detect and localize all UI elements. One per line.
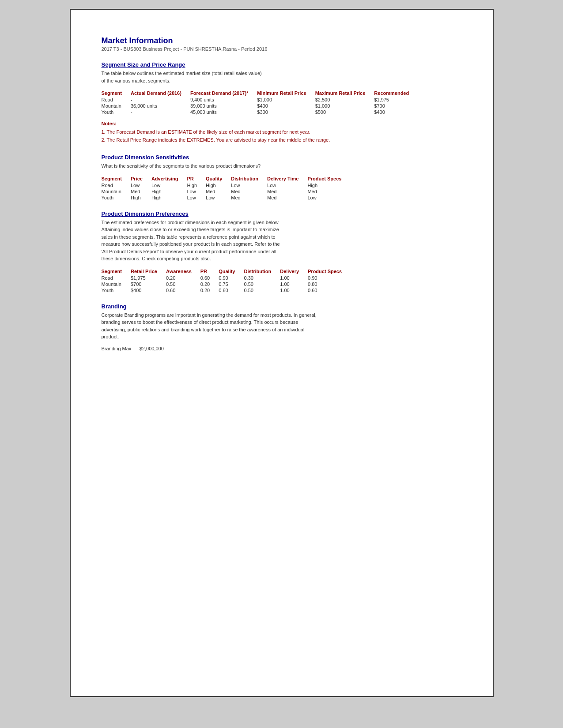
table-cell: Road <box>102 275 131 281</box>
table-cell: 0.60 <box>308 287 351 293</box>
table-cell: $2,500 <box>315 97 374 103</box>
table-row: Youth-45,000 units$300$500$400 <box>102 109 418 115</box>
dim-sens-header-row: Segment Price Advertising PR Quality Dis… <box>102 175 351 182</box>
table-cell: Med <box>307 188 350 195</box>
table-cell: $1,000 <box>315 103 374 109</box>
table-cell: 45,000 units <box>190 109 257 115</box>
table-cell: Low <box>206 195 231 201</box>
table-row: Road-9,400 units$1,000$2,500$1,975 <box>102 97 418 103</box>
table-cell: Med <box>231 188 267 195</box>
col-header-segment: Segment <box>102 90 131 97</box>
table-cell: Mountain <box>102 103 131 109</box>
table-cell: High <box>151 195 187 201</box>
table-cell: Med <box>206 188 231 195</box>
segment-size-desc: The table below outlines the estimated m… <box>102 70 462 84</box>
table-cell: Low <box>151 182 187 188</box>
ds-col-distribution: Distribution <box>231 175 267 182</box>
table-cell: 0.50 <box>166 281 200 287</box>
ds-col-segment: Segment <box>102 175 131 182</box>
table-row: MountainMedHighLowMedMedMedMed <box>102 188 351 195</box>
table-cell: Med <box>267 195 307 201</box>
table-cell: 0.90 <box>219 275 244 281</box>
branding-desc: Corporate Branding programs are importan… <box>102 311 462 341</box>
dp-col-retail-price: Retail Price <box>131 268 166 275</box>
ds-col-quality: Quality <box>206 175 231 182</box>
table-cell: Low <box>267 182 307 188</box>
page-title: Market Information <box>102 36 462 45</box>
segment-size-section: Segment Size and Price Range The table b… <box>102 61 462 144</box>
ds-col-price: Price <box>131 175 151 182</box>
table-cell: 1.00 <box>280 281 308 287</box>
dp-col-distribution: Distribution <box>244 268 280 275</box>
dimension-sensitivities-section: Product Dimension Sensitivities What is … <box>102 154 462 201</box>
branding-section: Branding Corporate Branding programs are… <box>102 303 462 351</box>
col-header-recommended: Recommended <box>374 90 418 97</box>
table-cell: High <box>131 195 151 201</box>
table-cell: $400 <box>257 103 315 109</box>
dp-col-awareness: Awareness <box>166 268 200 275</box>
col-header-actual-demand: Actual Demand (2016) <box>131 90 190 97</box>
table-row: YouthHighHighLowLowMedMedLow <box>102 195 351 201</box>
segment-size-header-row: Segment Actual Demand (2016) Forecast De… <box>102 90 418 97</box>
col-header-forecast-demand: Forecast Demand (2017)* <box>190 90 257 97</box>
table-row: Road$1,9750.200.600.900.301.000.90 <box>102 275 351 281</box>
table-cell: 36,000 units <box>131 103 190 109</box>
table-cell: 9,400 units <box>190 97 257 103</box>
table-cell: $1,000 <box>257 97 315 103</box>
table-cell: 1.00 <box>280 275 308 281</box>
table-cell: $400 <box>131 287 166 293</box>
branding-max-line: Branding Max $2,000,000 <box>102 346 462 351</box>
ds-col-advertising: Advertising <box>151 175 187 182</box>
segment-size-title: Segment Size and Price Range <box>102 61 462 68</box>
table-cell: $500 <box>315 109 374 115</box>
table-cell: $1,975 <box>131 275 166 281</box>
dimension-sensitivities-title: Product Dimension Sensitivities <box>102 154 462 161</box>
table-cell: 0.60 <box>219 287 244 293</box>
table-cell: High <box>187 182 206 188</box>
segment-size-notes: Notes: 1. The Forecast Demand is an ESTI… <box>102 120 462 144</box>
table-cell: 0.20 <box>200 287 219 293</box>
table-cell: Med <box>267 188 307 195</box>
segment-size-table: Segment Actual Demand (2016) Forecast De… <box>102 90 418 115</box>
dimension-preferences-desc: The estimated preferences for product di… <box>102 219 462 263</box>
table-cell: 0.30 <box>244 275 280 281</box>
ds-col-pr: PR <box>187 175 206 182</box>
dimension-preferences-table: Segment Retail Price Awareness PR Qualit… <box>102 268 351 293</box>
table-cell: 0.80 <box>308 281 351 287</box>
branding-max-label: Branding Max <box>102 346 132 351</box>
ds-col-delivery: Delivery Time <box>267 175 307 182</box>
branding-title: Branding <box>102 303 462 310</box>
dp-col-delivery: Delivery <box>280 268 308 275</box>
table-row: Youth$4000.600.200.600.501.000.60 <box>102 287 351 293</box>
table-cell: 0.60 <box>166 287 200 293</box>
table-cell: Low <box>187 195 206 201</box>
table-cell: 0.75 <box>219 281 244 287</box>
dimension-preferences-section: Product Dimension Preferences The estima… <box>102 210 462 293</box>
table-cell: 0.50 <box>244 281 280 287</box>
table-cell: $1,975 <box>374 97 418 103</box>
table-cell: 0.20 <box>166 275 200 281</box>
dimension-sensitivities-desc: What is the sensitivity of the segments … <box>102 162 462 170</box>
table-cell: High <box>206 182 231 188</box>
table-cell: Mountain <box>102 281 131 287</box>
table-cell: - <box>131 109 190 115</box>
table-cell: $300 <box>257 109 315 115</box>
dp-col-product-specs: Product Specs <box>308 268 351 275</box>
dim-pref-header-row: Segment Retail Price Awareness PR Qualit… <box>102 268 351 275</box>
page: Market Information 2017 T3 - BUS303 Busi… <box>70 9 494 697</box>
table-cell: Youth <box>102 195 131 201</box>
table-cell: Youth <box>102 287 131 293</box>
table-cell: 39,000 units <box>190 103 257 109</box>
table-cell: Low <box>187 188 206 195</box>
col-header-max-retail: Maximum Retail Price <box>315 90 374 97</box>
table-cell: Low <box>131 182 151 188</box>
branding-max-value: $2,000,000 <box>140 346 164 351</box>
table-cell: $400 <box>374 109 418 115</box>
ds-col-product-specs: Product Specs <box>307 175 350 182</box>
table-cell: - <box>131 97 190 103</box>
dp-col-pr: PR <box>200 268 219 275</box>
col-header-min-retail: Minimum Retail Price <box>257 90 315 97</box>
table-cell: Low <box>307 195 350 201</box>
table-cell: Youth <box>102 109 131 115</box>
dimension-preferences-title: Product Dimension Preferences <box>102 210 462 217</box>
